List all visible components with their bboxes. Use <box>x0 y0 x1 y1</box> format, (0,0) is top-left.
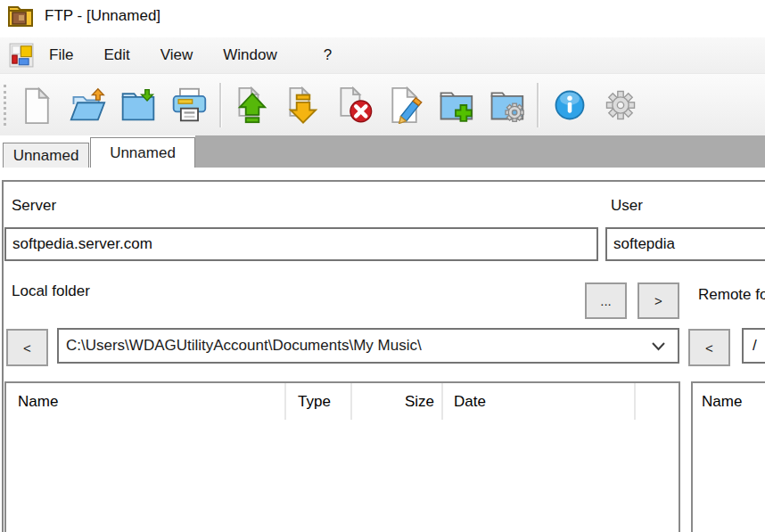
column-header-name[interactable]: Name <box>6 383 286 420</box>
tab-label: Unnamed <box>110 144 176 162</box>
menu-edit[interactable]: Edit <box>88 37 144 73</box>
folder-settings-button[interactable] <box>486 83 527 127</box>
tab-label: Unnamed <box>13 147 79 165</box>
user-input[interactable] <box>605 227 765 261</box>
local-path-combobox[interactable]: C:\Users\WDAGUtilityAccount\Documents\My… <box>57 328 679 364</box>
toolbar-grip[interactable] <box>4 85 6 126</box>
remote-folder-label: Remote folder <box>698 286 765 304</box>
folder-settings-icon <box>488 86 525 124</box>
print-icon <box>170 86 208 124</box>
title-bar: FTP - [Unnamed] <box>0 0 765 32</box>
new-file-button[interactable] <box>16 83 57 127</box>
info-button[interactable] <box>549 83 590 127</box>
tab-strip-filler <box>195 135 765 168</box>
local-list-header: Name Type Size Date <box>6 383 679 420</box>
local-file-list: Name Type Size Date <box>4 381 680 532</box>
menu-help[interactable]: ? <box>308 37 347 73</box>
column-header-date[interactable]: Date <box>443 383 636 420</box>
tab-strip: Unnamed Unnamed <box>0 135 765 168</box>
add-folder-button[interactable] <box>435 83 476 127</box>
window-title: FTP - [Unnamed] <box>45 7 160 25</box>
cancel-transfer-button[interactable] <box>333 83 374 127</box>
local-path-value: C:\Users\WDAGUtilityAccount\Documents\My… <box>66 337 651 355</box>
ftp-app-window: FTP - [Unnamed] File Edit View Window ? <box>0 0 765 532</box>
tab-unnamed-1[interactable]: Unnamed <box>3 143 89 168</box>
settings-button[interactable] <box>600 83 641 127</box>
toolbar-separator <box>219 83 222 127</box>
toolbar <box>0 74 765 136</box>
column-header-size[interactable]: Size <box>352 383 443 420</box>
edit-icon <box>386 86 424 124</box>
menu-window[interactable]: Window <box>208 37 292 73</box>
menu-bar: File Edit View Window ? <box>0 37 765 74</box>
menu-file[interactable]: File <box>34 37 88 73</box>
remote-back-button[interactable]: < <box>688 329 730 366</box>
cancel-icon <box>335 86 373 124</box>
remote-list-header: Name <box>693 383 765 420</box>
server-input[interactable] <box>4 227 598 261</box>
server-label: Server <box>12 197 56 215</box>
local-back-button[interactable]: < <box>6 329 48 366</box>
mdi-child-icon[interactable] <box>9 43 34 68</box>
remote-file-list: Name <box>691 381 765 532</box>
save-folder-icon <box>119 86 157 124</box>
column-header-remote-name[interactable]: Name <box>693 383 742 420</box>
app-folder-icon[interactable] <box>7 4 34 29</box>
info-icon <box>551 86 588 124</box>
new-file-icon <box>18 86 55 124</box>
save-to-folder-button[interactable] <box>118 83 159 127</box>
download-icon <box>284 86 322 124</box>
tab-unnamed-2[interactable]: Unnamed <box>90 137 195 168</box>
open-folder-icon <box>69 86 106 124</box>
go-local-button[interactable]: > <box>638 282 679 319</box>
chevron-down-icon <box>651 341 678 351</box>
upload-icon <box>234 86 271 124</box>
menu-view[interactable]: View <box>145 37 209 73</box>
download-button[interactable] <box>283 83 324 127</box>
open-folder-button[interactable] <box>67 83 108 127</box>
user-label: User <box>611 197 643 215</box>
add-folder-icon <box>437 86 474 124</box>
print-button[interactable] <box>169 83 210 127</box>
settings-gear-icon <box>602 86 639 124</box>
browse-local-button[interactable]: ... <box>585 282 627 319</box>
column-header-filler <box>636 383 679 420</box>
column-header-type[interactable]: Type <box>286 383 352 420</box>
edit-button[interactable] <box>384 83 425 127</box>
local-folder-label: Local folder <box>12 282 90 300</box>
remote-path-input[interactable] <box>742 328 765 364</box>
upload-button[interactable] <box>232 83 273 127</box>
toolbar-separator <box>537 83 539 127</box>
